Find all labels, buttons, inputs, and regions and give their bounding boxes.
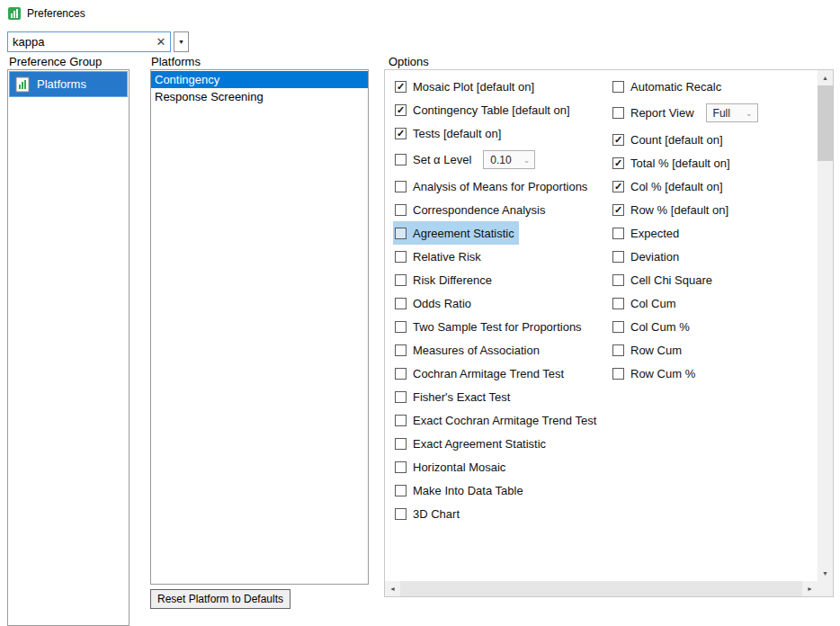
option-row[interactable]: Col Cum % xyxy=(611,315,694,338)
option-row[interactable]: ✓Col % [default on] xyxy=(611,174,728,198)
vertical-scrollbar-thumb[interactable] xyxy=(818,85,833,161)
option-row[interactable]: Cochran Armitage Trend Test xyxy=(393,362,568,385)
checkbox[interactable] xyxy=(612,81,624,93)
scroll-up-icon[interactable]: ▲ xyxy=(818,70,833,85)
option-row[interactable]: Measures of Association xyxy=(393,338,544,362)
checkbox[interactable] xyxy=(395,321,407,333)
checkbox[interactable] xyxy=(395,181,407,192)
checkbox[interactable] xyxy=(395,485,407,496)
scroll-down-icon[interactable]: ▼ xyxy=(818,566,833,581)
option-row[interactable]: Odds Ratio xyxy=(393,291,476,315)
option-row[interactable]: Row Cum % xyxy=(611,362,700,385)
scroll-right-icon[interactable]: ► xyxy=(802,581,818,596)
checkbox[interactable] xyxy=(395,204,407,216)
checkbox[interactable] xyxy=(395,508,407,520)
option-row[interactable]: Exact Agreement Statistic xyxy=(393,432,550,455)
checkbox[interactable]: ✓ xyxy=(612,134,624,146)
option-row[interactable]: Deviation xyxy=(611,245,684,268)
option-row[interactable]: Expected xyxy=(611,221,684,245)
horizontal-scrollbar-thumb[interactable] xyxy=(400,581,802,596)
option-row[interactable]: Risk Difference xyxy=(393,268,496,291)
option-label: Count [default on] xyxy=(630,133,723,147)
option-label: Relative Risk xyxy=(413,250,481,264)
option-label: Row Cum % xyxy=(630,367,695,380)
checkbox[interactable] xyxy=(395,274,407,286)
checkbox[interactable] xyxy=(612,251,624,263)
option-label: Make Into Data Table xyxy=(413,484,523,497)
reset-platform-button[interactable]: Reset Platform to Defaults xyxy=(150,589,290,609)
option-row[interactable]: Row Cum xyxy=(611,338,686,362)
checkbox[interactable] xyxy=(395,415,407,426)
platforms-list[interactable]: ContingencyResponse Screening xyxy=(150,69,369,585)
option-label: Tests [default on] xyxy=(413,127,501,140)
option-row[interactable]: Cell Chi Square xyxy=(611,268,717,291)
checkbox[interactable] xyxy=(395,228,407,239)
option-row[interactable]: Relative Risk xyxy=(393,245,486,268)
option-row[interactable]: Set α Level0.10⌄ xyxy=(393,145,540,174)
preference-group-item-platforms[interactable]: Platforms xyxy=(9,71,128,97)
option-label: Contingency Table [default on] xyxy=(413,103,570,117)
checkbox[interactable] xyxy=(612,321,624,333)
checkbox[interactable]: ✓ xyxy=(612,181,624,192)
option-row[interactable]: 3D Chart xyxy=(393,502,464,525)
option-row[interactable]: ✓Contingency Table [default on] xyxy=(393,98,575,121)
checkbox[interactable]: ✓ xyxy=(395,104,407,116)
clear-search-icon[interactable]: ✕ xyxy=(152,32,170,51)
checkbox[interactable] xyxy=(395,251,407,263)
option-row[interactable]: Analysis of Means for Proportions xyxy=(393,174,592,198)
option-label: Cell Chi Square xyxy=(630,273,712,287)
preference-group-list[interactable]: Platforms xyxy=(7,69,130,626)
checkbox[interactable]: ✓ xyxy=(612,157,624,169)
checkbox[interactable] xyxy=(395,154,407,165)
option-row[interactable]: Correspondence Analysis xyxy=(393,198,550,221)
option-row[interactable]: ✓Total % [default on] xyxy=(611,151,735,174)
list-item[interactable]: Response Screening xyxy=(151,88,368,105)
checkbox[interactable] xyxy=(395,391,407,403)
search-dropdown-button[interactable]: ▼ xyxy=(174,31,189,52)
option-row[interactable]: Horizontal Mosaic xyxy=(393,455,510,478)
option-label: Row Cum xyxy=(630,344,682,357)
checkbox[interactable] xyxy=(612,298,624,309)
checkbox[interactable] xyxy=(612,344,624,356)
checkbox[interactable]: ✓ xyxy=(612,204,624,216)
option-row[interactable]: Report ViewFull⌄ xyxy=(611,98,763,128)
dropdown[interactable]: Full⌄ xyxy=(706,103,758,122)
search-input[interactable] xyxy=(8,35,152,49)
chevron-down-icon: ⌄ xyxy=(523,156,531,165)
list-item[interactable]: Contingency xyxy=(151,71,368,88)
options-columns: ✓Mosaic Plot [default on]✓Contingency Ta… xyxy=(393,75,763,525)
option-row[interactable]: Two Sample Test for Proportions xyxy=(393,315,586,338)
checkbox[interactable] xyxy=(395,298,407,309)
search-box: ✕ xyxy=(7,31,171,52)
option-row[interactable]: Col Cum xyxy=(611,291,681,315)
option-row[interactable]: ✓Tests [default on] xyxy=(393,121,505,145)
option-row[interactable]: Make Into Data Table xyxy=(393,478,528,502)
option-row[interactable]: ✓Mosaic Plot [default on] xyxy=(393,75,539,98)
checkbox[interactable] xyxy=(395,344,407,356)
option-row[interactable]: ✓Count [default on] xyxy=(611,128,728,151)
vertical-scrollbar[interactable]: ▲ ▼ xyxy=(818,70,833,581)
option-row[interactable]: Automatic Recalc xyxy=(611,75,726,98)
option-label: Expected xyxy=(630,227,679,240)
title-bar: Preferences xyxy=(0,0,840,27)
checkbox[interactable] xyxy=(612,228,624,239)
checkbox[interactable] xyxy=(612,107,624,119)
option-row[interactable]: ✓Row % [default on] xyxy=(611,198,733,221)
platform-icon xyxy=(14,76,31,93)
options-column-left: ✓Mosaic Plot [default on]✓Contingency Ta… xyxy=(393,75,611,525)
option-label: Exact Cochran Armitage Trend Test xyxy=(413,414,596,427)
dropdown[interactable]: 0.10⌄ xyxy=(483,150,535,169)
checkbox[interactable] xyxy=(612,274,624,286)
checkbox[interactable]: ✓ xyxy=(395,128,407,139)
checkbox[interactable] xyxy=(395,368,407,380)
option-row[interactable]: Fisher's Exact Test xyxy=(393,385,514,408)
chevron-down-icon: ⌄ xyxy=(746,109,753,118)
option-row[interactable]: Agreement Statistic xyxy=(393,221,519,245)
scroll-left-icon[interactable]: ◄ xyxy=(385,581,400,596)
checkbox[interactable] xyxy=(395,461,407,473)
checkbox[interactable] xyxy=(395,438,407,450)
horizontal-scrollbar[interactable]: ◄ ► xyxy=(385,581,818,596)
checkbox[interactable]: ✓ xyxy=(395,81,407,93)
checkbox[interactable] xyxy=(612,368,624,380)
option-row[interactable]: Exact Cochran Armitage Trend Test xyxy=(393,408,601,432)
